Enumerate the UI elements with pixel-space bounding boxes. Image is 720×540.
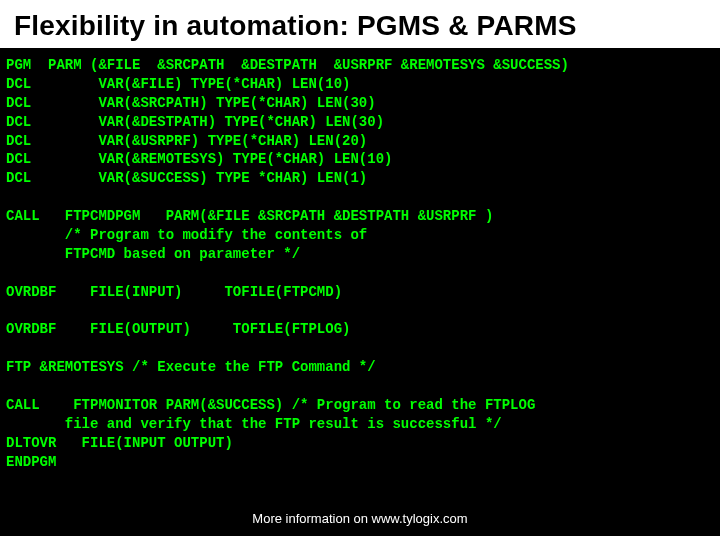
code-line: ENDPGM	[6, 454, 56, 470]
slide-title: Flexibility in automation: PGMS & PARMS	[0, 0, 720, 48]
code-comment: FTPCMD based on parameter */	[6, 246, 300, 262]
slide: Flexibility in automation: PGMS & PARMS …	[0, 0, 720, 540]
code-comment: /* Execute the FTP Command */	[132, 359, 376, 375]
code-comment: /* Program to modify the contents of	[6, 227, 367, 243]
code-line: DCL VAR(&USRPRF) TYPE(*CHAR) LEN(20)	[6, 133, 367, 149]
code-line: FTP &REMOTESYS	[6, 359, 132, 375]
code-line: DLTOVR FILE(INPUT OUTPUT)	[6, 435, 233, 451]
code-line: DCL VAR(&FILE) TYPE(*CHAR) LEN(10)	[6, 76, 350, 92]
code-line: DCL VAR(&SRCPATH) TYPE(*CHAR) LEN(30)	[6, 95, 376, 111]
code-line: OVRDBF FILE(OUTPUT) TOFILE(FTPLOG)	[6, 321, 350, 337]
code-comment: file and verify that the FTP result is s…	[6, 416, 502, 432]
code-line: DCL VAR(&DESTPATH) TYPE(*CHAR) LEN(30)	[6, 114, 384, 130]
footer-link: More information on www.tylogix.com	[0, 510, 720, 528]
code-line: DCL VAR(&SUCCESS) TYPE *CHAR) LEN(1)	[6, 170, 367, 186]
code-line: CALL FTPMONITOR PARM(&SUCCESS)	[6, 397, 292, 413]
code-line: OVRDBF FILE(INPUT) TOFILE(FTPCMD)	[6, 284, 342, 300]
code-line: PGM PARM (&FILE &SRCPATH &DESTPATH &USRP…	[6, 57, 569, 73]
code-line: CALL FTPCMDPGM PARM(&FILE &SRCPATH &DEST…	[6, 208, 493, 224]
code-block: PGM PARM (&FILE &SRCPATH &DESTPATH &USRP…	[0, 48, 720, 536]
code-comment: /* Program to read the FTPLOG	[292, 397, 536, 413]
code-line: DCL VAR(&REMOTESYS) TYPE(*CHAR) LEN(10)	[6, 151, 392, 167]
